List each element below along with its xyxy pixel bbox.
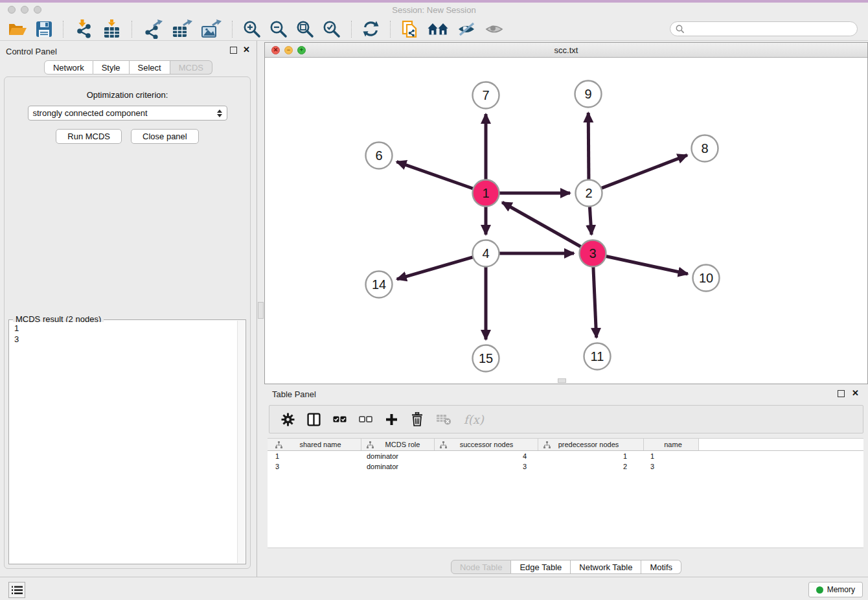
- graph-edge-4-14[interactable]: [397, 257, 473, 279]
- network-canvas[interactable]: 7968124314101511: [265, 58, 867, 384]
- float-table-panel-icon[interactable]: [838, 390, 845, 397]
- refresh-view-button[interactable]: [361, 19, 381, 39]
- memory-label: Memory: [827, 585, 855, 594]
- zoom-out-button[interactable]: [268, 19, 289, 40]
- tab-network[interactable]: Network: [44, 60, 93, 75]
- graph-edge-3-10[interactable]: [606, 257, 688, 274]
- control-panel-header: Control Panel ✕: [0, 41, 257, 60]
- cell-name[interactable]: 3: [644, 463, 699, 470]
- column-header-predecessor-nodes[interactable]: predecessor nodes: [538, 439, 644, 450]
- tab-edge-table[interactable]: Edge Table: [511, 560, 571, 574]
- column-header-successor-nodes[interactable]: successor nodes: [435, 439, 538, 450]
- tab-mcds[interactable]: MCDS: [170, 60, 212, 75]
- float-panel-icon[interactable]: [230, 47, 237, 54]
- show-all-button[interactable]: [483, 20, 505, 38]
- task-history-button[interactable]: [8, 582, 25, 598]
- tab-network-table[interactable]: Network Table: [571, 560, 641, 574]
- table-row[interactable]: 3 dominator 3 2 3: [268, 461, 863, 472]
- mcds-result-text[interactable]: 1 3: [10, 322, 236, 562]
- new-network-from-selection-button[interactable]: [400, 18, 420, 40]
- zoom-fit-button[interactable]: [295, 19, 315, 40]
- show-eye-icon: [485, 21, 504, 37]
- cell-shared-name[interactable]: 3: [268, 463, 361, 470]
- graph-edge-2-9[interactable]: [588, 113, 589, 179]
- graph-edge-2-8[interactable]: [602, 155, 687, 188]
- zoom-out-icon: [269, 20, 288, 38]
- function-builder-button[interactable]: f(x): [464, 413, 484, 426]
- graph-node-label-11: 11: [591, 349, 604, 363]
- memory-status-dot: [816, 586, 823, 594]
- toolbar-separator: [351, 21, 352, 38]
- search-input[interactable]: [688, 25, 852, 34]
- criterion-select[interactable]: strongly connected component: [28, 106, 227, 121]
- export-table-icon: [172, 19, 192, 39]
- splitter-grip-horizontal[interactable]: [558, 378, 566, 383]
- zoom-in-button[interactable]: [242, 19, 262, 40]
- save-session-button[interactable]: [34, 19, 54, 39]
- table-panel-title: Table Panel: [272, 389, 316, 399]
- cell-shared-name[interactable]: 1: [268, 452, 361, 460]
- column-flow-icon: [275, 441, 282, 448]
- column-header-mcds-role[interactable]: MCDS role: [361, 439, 435, 450]
- control-panel-tabs: Network Style Select MCDS: [0, 60, 257, 75]
- column-settings-button[interactable]: [281, 413, 295, 426]
- column-header-name[interactable]: name: [644, 439, 699, 450]
- export-network-button[interactable]: [141, 18, 165, 40]
- app-window: Session: New Session: [0, 0, 868, 600]
- toolbar-separator: [390, 21, 391, 38]
- zoom-fit-icon: [296, 20, 314, 38]
- export-table-button[interactable]: [170, 18, 194, 40]
- cell-mcds-role[interactable]: dominator: [361, 463, 435, 470]
- graph-node-label-3: 3: [589, 246, 596, 260]
- close-panel-icon[interactable]: ✕: [243, 45, 250, 54]
- result-scrollbar[interactable]: [237, 321, 245, 563]
- cell-mcds-role[interactable]: dominator: [361, 452, 435, 460]
- graph-edge-3-1[interactable]: [502, 202, 580, 247]
- show-column-button[interactable]: [307, 413, 321, 426]
- layout-houses-icon: [428, 21, 448, 37]
- add-row-button[interactable]: [385, 413, 398, 426]
- tab-motifs[interactable]: Motifs: [641, 560, 681, 574]
- control-panel: Control Panel ✕ Network Style Select MCD…: [0, 41, 257, 577]
- hide-selected-button[interactable]: [455, 20, 477, 38]
- zoom-selected-button[interactable]: [321, 19, 342, 40]
- deselect-all-button[interactable]: [359, 415, 372, 424]
- toolbar-separator: [63, 21, 63, 38]
- apply-preferred-layout-button[interactable]: [426, 20, 450, 38]
- import-table-button[interactable]: [100, 18, 122, 40]
- cell-predecessor-nodes[interactable]: 2: [538, 463, 644, 470]
- tab-style[interactable]: Style: [93, 60, 130, 75]
- main-toolbar: [0, 17, 868, 41]
- search-icon: [676, 25, 685, 34]
- delete-table-button[interactable]: [436, 413, 451, 426]
- column-header-shared-name[interactable]: shared name: [268, 439, 361, 450]
- network-window-titlebar[interactable]: ✕ − + scc.txt: [265, 43, 867, 58]
- graph-edge-2-3[interactable]: [589, 207, 591, 235]
- zoom-in-icon: [243, 20, 261, 38]
- graph-edge-3-11[interactable]: [593, 267, 597, 338]
- mcds-buttons: Run MCDS Close panel: [5, 129, 250, 144]
- fx-icon: f(x): [464, 413, 484, 426]
- memory-button[interactable]: Memory: [808, 582, 863, 597]
- close-panel-button[interactable]: Close panel: [131, 129, 199, 144]
- open-session-button[interactable]: [6, 19, 29, 39]
- cell-predecessor-nodes[interactable]: 1: [538, 452, 644, 460]
- export-image-button[interactable]: [200, 18, 223, 40]
- plus-icon: [385, 413, 398, 426]
- cell-name[interactable]: 1: [644, 452, 699, 460]
- window-title: Session: New Session: [0, 5, 868, 15]
- close-table-panel-icon[interactable]: ✕: [852, 388, 859, 398]
- tab-node-table[interactable]: Node Table: [451, 560, 512, 574]
- delete-row-button[interactable]: [411, 412, 424, 426]
- run-mcds-button[interactable]: Run MCDS: [56, 129, 122, 144]
- table-row[interactable]: 1 dominator 4 1 1: [268, 451, 863, 461]
- cell-successor-nodes[interactable]: 4: [435, 452, 538, 460]
- toolbar-separator: [131, 21, 132, 38]
- import-network-button[interactable]: [73, 18, 95, 40]
- graph-edge-1-6[interactable]: [396, 162, 473, 189]
- splitter-grip-vertical[interactable]: [258, 302, 264, 319]
- zoom-selected-icon: [323, 20, 341, 38]
- cell-successor-nodes[interactable]: 3: [435, 463, 538, 470]
- select-all-button[interactable]: [333, 415, 347, 424]
- tab-select[interactable]: Select: [130, 60, 170, 75]
